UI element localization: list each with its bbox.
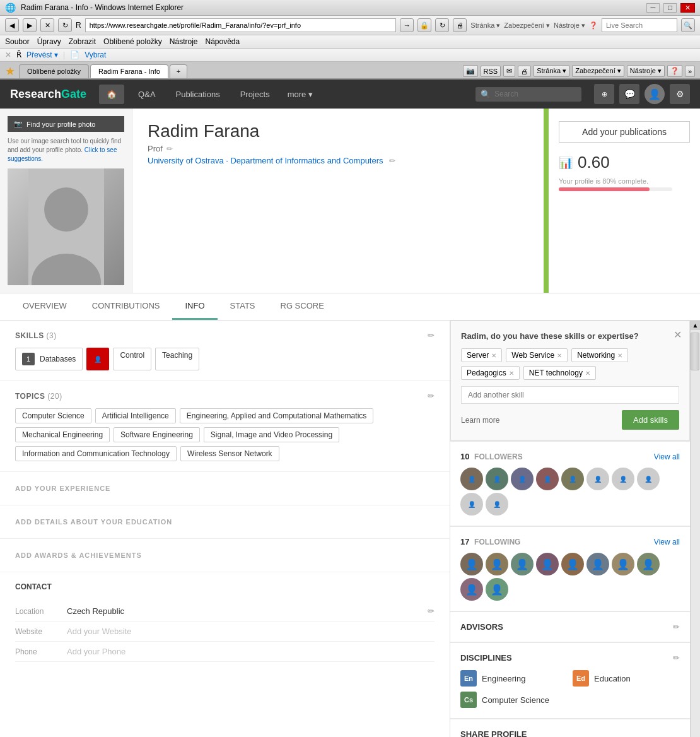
institution-link[interactable]: University of Ostrava · Department of In…	[148, 156, 383, 165]
skill-teaching[interactable]: Teaching	[155, 348, 199, 370]
menu-zobrazit[interactable]: Zobrazit	[69, 37, 96, 46]
nav-publications[interactable]: Publications	[167, 86, 229, 103]
education-title[interactable]: ADD DETAILS ABOUT YOUR EDUCATION	[15, 518, 435, 526]
rg-logo[interactable]: ResearchGate	[10, 88, 86, 101]
following-8[interactable]: 👤	[637, 553, 660, 575]
tag-net-technology[interactable]: NET technology ✕	[523, 366, 596, 380]
menu-soubor[interactable]: Soubor	[5, 37, 30, 46]
follower-9[interactable]: 👤	[460, 493, 483, 516]
topics-edit-icon[interactable]: ✏	[428, 391, 435, 401]
close-toolbar-icon[interactable]: ✕	[5, 50, 11, 59]
tag-web-service[interactable]: Web Service ✕	[506, 348, 568, 362]
follower-2[interactable]: 👤	[486, 468, 508, 490]
messages-icon[interactable]: 💬	[619, 84, 639, 104]
tab-extra-3[interactable]: ✉	[503, 65, 515, 77]
website-value[interactable]: Add your Website	[67, 627, 131, 636]
reload-btn[interactable]: ↻	[435, 18, 449, 32]
nav-qa[interactable]: Q&A	[129, 86, 164, 103]
learn-more-link[interactable]: Learn more	[461, 416, 499, 425]
nav-more[interactable]: more ▾	[281, 86, 319, 103]
tab-extra-6[interactable]: Zabezpečení ▾	[572, 65, 624, 77]
topic-software[interactable]: Software Engineering	[114, 427, 200, 442]
follower-5[interactable]: 👤	[561, 468, 584, 490]
maximize-btn[interactable]: □	[663, 3, 677, 13]
disciplines-edit-icon[interactable]: ✏	[673, 653, 680, 663]
tab-stats[interactable]: STATS	[218, 293, 268, 320]
add-publications-btn[interactable]: Add your publications	[559, 121, 690, 143]
add-skills-btn[interactable]: Add skills	[622, 410, 679, 430]
tab-extra-8[interactable]: ❓	[667, 65, 682, 77]
find-photo-link[interactable]: Click to see suggestions.	[8, 146, 117, 162]
skills-edit-icon[interactable]: ✏	[428, 331, 435, 340]
topic-ict[interactable]: Information and Communication Technology	[15, 446, 177, 461]
tag-server[interactable]: Server ✕	[461, 348, 502, 362]
search-input[interactable]	[494, 90, 576, 98]
tab-info[interactable]: INFO	[172, 293, 217, 320]
live-search[interactable]	[602, 18, 677, 32]
following-6[interactable]: 👤	[586, 553, 609, 575]
followers-view-all[interactable]: View all	[654, 452, 680, 461]
following-3[interactable]: 👤	[511, 553, 534, 575]
follower-3[interactable]: 👤	[511, 468, 534, 490]
settings-icon[interactable]: ⚙	[670, 84, 690, 104]
suggestion-close-icon[interactable]: ✕	[674, 329, 682, 341]
tab-extra-2[interactable]: RSS	[481, 66, 501, 77]
following-1[interactable]: 👤	[460, 553, 483, 575]
go-btn[interactable]: →	[400, 18, 414, 32]
awards-title[interactable]: ADD AWARDS & ACHIEVEMENTS	[15, 551, 435, 559]
follower-10[interactable]: 👤	[486, 493, 508, 516]
add-skill-input[interactable]	[461, 386, 679, 404]
profile-tab[interactable]: Radim Farana - Info	[90, 64, 168, 78]
menu-oblibene[interactable]: Oblíbené položky	[103, 37, 162, 46]
menu-upravy[interactable]: Úpravy	[37, 37, 61, 46]
advisors-edit-icon[interactable]: ✏	[673, 622, 680, 632]
close-btn[interactable]: ✕	[680, 3, 695, 13]
phone-value[interactable]: Add your Phone	[67, 647, 125, 656]
forward-btn[interactable]: ▶	[23, 18, 37, 32]
back-btn[interactable]: ◀	[5, 18, 19, 32]
topic-ai[interactable]: Artificial Intelligence	[95, 408, 176, 423]
print-btn[interactable]: 🖨	[453, 18, 467, 32]
scroll-handle[interactable]	[691, 333, 699, 370]
tab-extra-4[interactable]: 🖨	[518, 66, 531, 77]
topic-engineering-math[interactable]: Engineering, Applied and Computational M…	[180, 408, 374, 423]
tag-pedagogics[interactable]: Pedagogics ✕	[461, 366, 520, 380]
location-edit-icon[interactable]: ✏	[428, 606, 435, 616]
following-10[interactable]: 👤	[486, 578, 508, 601]
topic-wireless[interactable]: Wireless Sensor Network	[180, 446, 279, 461]
follower-1[interactable]: 👤	[460, 468, 483, 490]
security-btn[interactable]: 🔒	[417, 18, 431, 32]
follower-4[interactable]: 👤	[536, 468, 559, 490]
edit-title-icon[interactable]: ✏	[166, 144, 173, 153]
tab-extra-9[interactable]: »	[685, 66, 695, 77]
following-9[interactable]: 👤	[460, 578, 483, 601]
follower-8[interactable]: 👤	[637, 468, 660, 490]
tab-extra-5[interactable]: Stránka ▾	[534, 65, 569, 77]
topic-computer-science[interactable]: Computer Science	[15, 408, 91, 423]
following-2[interactable]: 👤	[486, 553, 508, 575]
new-tab-btn[interactable]: +	[170, 64, 187, 78]
tag-networking[interactable]: Networking ✕	[571, 348, 628, 362]
scroll-up-arrow[interactable]: ▲	[691, 321, 700, 330]
address-bar[interactable]	[85, 18, 397, 32]
tab-extra-1[interactable]: 📷	[463, 65, 478, 77]
topic-mechanical[interactable]: Mechanical Engineering	[15, 427, 110, 442]
following-4[interactable]: 👤	[536, 553, 559, 575]
tab-overview[interactable]: OVERVIEW	[10, 293, 79, 320]
following-view-all[interactable]: View all	[654, 538, 680, 546]
search-submit-btn[interactable]: 🔍	[681, 18, 695, 32]
experience-title[interactable]: ADD YOUR EXPERIENCE	[15, 485, 435, 492]
skill-databases[interactable]: 1 Databases	[15, 348, 83, 370]
nav-projects[interactable]: Projects	[231, 86, 279, 103]
follower-7[interactable]: 👤	[612, 468, 634, 490]
add-publication-icon[interactable]: ⊕	[594, 84, 614, 104]
following-5[interactable]: 👤	[561, 553, 584, 575]
topic-signal[interactable]: Signal, Image and Video Processing	[204, 427, 339, 442]
favorites-label[interactable]: Oblíbené položky	[19, 64, 89, 78]
user-avatar[interactable]: 👤	[645, 84, 665, 104]
following-7[interactable]: 👤	[612, 553, 634, 575]
tab-rg-score[interactable]: RG SCORE	[268, 293, 337, 320]
tab-extra-7[interactable]: Nástroje ▾	[627, 65, 665, 77]
prevest-btn[interactable]: Převést ▾	[26, 50, 58, 59]
follower-6[interactable]: 👤	[586, 468, 609, 490]
